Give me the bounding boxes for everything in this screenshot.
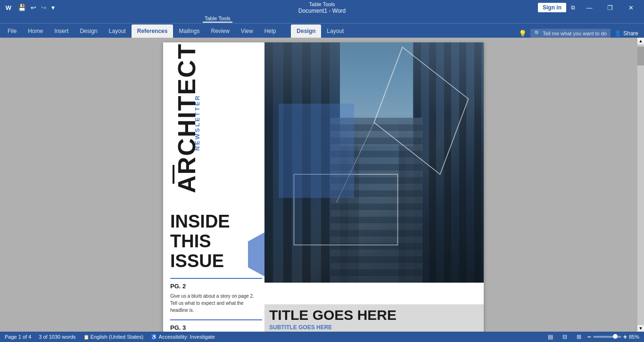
person-icon: 👤	[614, 30, 621, 37]
document-subtitle: SUBTITLE GOES HERE	[269, 324, 479, 331]
pg2-label: PG. 2	[170, 283, 262, 290]
save-icon[interactable]: 💾	[16, 3, 28, 12]
newsletter-subtitle: NEWSLETTER	[194, 57, 201, 151]
zoom-in-button[interactable]: +	[623, 333, 627, 341]
tab-design[interactable]: Design	[74, 24, 103, 38]
pg3-label: PG. 3	[170, 324, 262, 331]
doc-title-bar: Document1 - Word	[298, 8, 346, 14]
ribbon-right: 💡 🔍 Tell me what you want to do 👤 Share	[519, 29, 642, 38]
svg-marker-0	[248, 228, 264, 280]
svg-marker-1	[374, 47, 469, 174]
ribbon: Table Tools File Home Insert Design Layo…	[0, 15, 644, 38]
lightbulb-icon: 💡	[519, 30, 527, 37]
restore-button[interactable]: ❐	[601, 0, 619, 15]
tab-mailings[interactable]: Mailings	[173, 24, 205, 38]
statusbar-right: ▤ ⊟ ⊞ − + 85%	[545, 333, 639, 341]
zoom-controls: − + 85%	[587, 333, 639, 341]
close-button[interactable]: ✕	[621, 0, 640, 15]
vertical-scrollbar[interactable]: ▲ ▼	[637, 38, 644, 332]
page-info: Page 1 of 4	[5, 334, 31, 340]
tab-view[interactable]: View	[235, 24, 259, 38]
customize-icon[interactable]: ▾	[50, 3, 57, 12]
language-indicator: 📋 English (United States)	[83, 334, 144, 340]
scroll-up-arrow[interactable]: ▲	[637, 38, 644, 44]
tab-help[interactable]: Help	[259, 24, 282, 38]
restore-window-icon[interactable]: ⧉	[568, 4, 578, 11]
title-bar: W 💾 ↩ ↪ ▾ Table Tools Document1 - Word S…	[0, 0, 644, 15]
web-layout-btn[interactable]: ⊟	[559, 333, 570, 341]
document-page: ARCHITECTURE NEWSLETTER INSIDETHISISSUE …	[163, 42, 484, 332]
tab-layout[interactable]: Layout	[103, 24, 132, 38]
left-margin	[0, 38, 9, 332]
sign-in-button[interactable]: Sign in	[538, 3, 566, 12]
hexagon-decoration	[243, 226, 264, 283]
main-area: ARCHITECTURE NEWSLETTER INSIDETHISISSUE …	[0, 38, 644, 332]
share-button[interactable]: 👤 Share	[614, 30, 638, 37]
read-mode-btn[interactable]: ⊞	[573, 333, 585, 341]
table-tools-ribbon-label: Table Tools	[203, 16, 232, 23]
scroll-thumb[interactable]	[637, 47, 644, 65]
accessibility-icon: ♿	[151, 334, 157, 340]
quick-access-toolbar: 💾 ↩ ↪ ▾	[16, 3, 57, 12]
minimize-button[interactable]: —	[580, 0, 599, 15]
document-canvas: ARCHITECTURE NEWSLETTER INSIDETHISISSUE …	[9, 38, 637, 332]
tell-me-input[interactable]: 🔍 Tell me what you want to do	[530, 29, 611, 38]
tab-references[interactable]: References	[132, 24, 173, 38]
word-count: 3 of 1030 words	[39, 334, 75, 340]
zoom-thumb[interactable]	[613, 334, 618, 339]
building-image	[264, 42, 484, 283]
document-title: TITLE GOES HERE	[269, 308, 479, 322]
titlebar-right: Sign in ⧉ — ❐ ✕	[538, 0, 640, 15]
share-label: Share	[623, 30, 638, 37]
tab-review[interactable]: Review	[206, 24, 235, 38]
tab-home[interactable]: Home	[22, 24, 49, 38]
ribbon-tabs: File Home Insert Design Layout Reference…	[0, 24, 644, 38]
page-right-column: TITLE GOES HERE SUBTITLE GOES HERE This …	[264, 42, 484, 332]
pg3-divider	[170, 319, 262, 320]
blue-rectangle-overlay	[279, 104, 354, 198]
tab-file[interactable]: File	[2, 24, 22, 38]
scroll-track[interactable]	[637, 44, 644, 325]
zoom-level: 85%	[629, 334, 639, 340]
zoom-track[interactable]	[593, 336, 621, 338]
page-title-area: TITLE GOES HERE SUBTITLE GOES HERE This …	[264, 304, 484, 332]
page-left-column: ARCHITECTURE NEWSLETTER INSIDETHISISSUE …	[163, 42, 264, 332]
undo-icon[interactable]: ↩	[29, 3, 38, 12]
tab-table-design[interactable]: Design	[291, 24, 321, 38]
redo-icon[interactable]: ↪	[39, 3, 49, 12]
word-icon: W	[4, 3, 13, 12]
status-bar: Page 1 of 4 3 of 1030 words 📋 English (U…	[0, 332, 644, 342]
scroll-down-arrow[interactable]: ▼	[637, 325, 644, 332]
pg2-description: Give us a blurb about a story on page 2.…	[170, 293, 262, 314]
tab-table-layout[interactable]: Layout	[321, 24, 349, 38]
print-layout-btn[interactable]: ▤	[545, 333, 556, 341]
vertical-divider	[173, 165, 174, 184]
accessibility-label: ♿ Accessibility: Investigate	[151, 334, 215, 340]
zoom-out-button[interactable]: −	[587, 333, 591, 341]
tab-insert[interactable]: Insert	[49, 24, 74, 38]
titlebar-left: W 💾 ↩ ↪ ▾	[4, 3, 57, 12]
tell-me-text: Tell me what you want to do	[543, 31, 607, 36]
search-icon: 🔍	[534, 30, 541, 36]
language-icon: 📋	[83, 334, 89, 340]
table-tools-label: Table Tools	[309, 1, 335, 7]
